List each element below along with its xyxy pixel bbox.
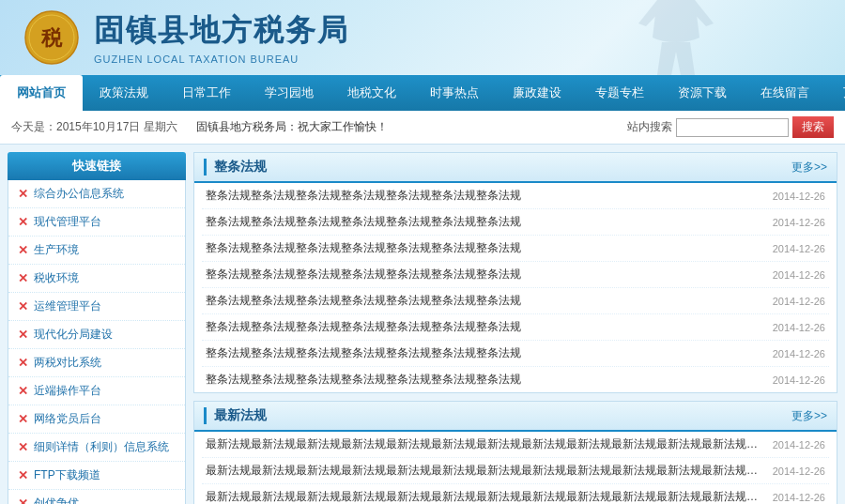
search-button[interactable]: 搜索	[792, 116, 834, 138]
news-title: 整条法规整条法规整条法规整条法规整条法规整条法规整条法规	[206, 214, 773, 230]
news-date: 2014-12-26	[773, 322, 825, 333]
close-icon: ✕	[18, 440, 28, 454]
close-icon: ✕	[18, 187, 28, 201]
header-title-en: GUZHEN LOCAL TAXATION BUREAU	[94, 53, 349, 65]
close-icon: ✕	[18, 271, 28, 285]
nav-item-study[interactable]: 学习园地	[248, 75, 330, 111]
close-icon: ✕	[18, 356, 28, 370]
header-title-cn: 固镇县地方税务局	[94, 10, 349, 52]
news-item[interactable]: 整条法规整条法规整条法规整条法规整条法规整条法规整条法规2014-12-26	[202, 367, 829, 392]
sidebar-link-text: 生产环境	[34, 242, 79, 258]
date-label: 今天是：2015年10月17日 星期六	[11, 119, 177, 135]
news-item[interactable]: 整条法规整条法规整条法规整条法规整条法规整条法规整条法规2014-12-26	[202, 314, 829, 341]
section-laws-header: 整条法规 更多>>	[194, 153, 837, 183]
news-date: 2014-12-26	[773, 296, 825, 307]
close-icon: ✕	[18, 496, 28, 504]
news-title: 整条法规整条法规整条法规整条法规整条法规整条法规整条法规	[206, 372, 773, 388]
sidebar-link-text: 创优争优	[34, 496, 79, 504]
section-laws-more[interactable]: 更多>>	[791, 160, 827, 176]
section-laws-list: 整条法规整条法规整条法规整条法规整条法规整条法规整条法规2014-12-26整条…	[194, 183, 837, 392]
sidebar-link-text: 两税对比系统	[34, 355, 101, 371]
search-input[interactable]	[676, 118, 789, 137]
close-icon: ✕	[18, 384, 28, 398]
news-item[interactable]: 整条法规整条法规整条法规整条法规整条法规整条法规整条法规2014-12-26	[202, 236, 829, 262]
sidebar-link-text: 现代管理平台	[34, 214, 101, 230]
sidebar-item[interactable]: ✕现代管理平台	[8, 208, 185, 237]
section-newlaws: 最新法规 更多>> 最新法规最新法规最新法规最新法规最新法规最新法规最新法规最新…	[193, 401, 837, 504]
sidebar-item[interactable]: ✕两税对比系统	[8, 349, 185, 377]
sidebar-item[interactable]: ✕税收环境	[8, 265, 185, 293]
sidebar-item[interactable]: ✕现代化分局建设	[8, 321, 185, 349]
sidebar-link-text: 近端操作平台	[34, 383, 101, 399]
sidebar-item[interactable]: ✕运维管理平台	[8, 293, 185, 321]
content-area: 整条法规 更多>> 整条法规整条法规整条法规整条法规整条法规整条法规整条法规20…	[193, 152, 837, 504]
news-item[interactable]: 最新法规最新法规最新法规最新法规最新法规最新法规最新法规最新法规最新法规最新法规…	[202, 458, 829, 484]
close-icon: ✕	[18, 468, 28, 482]
nav-item-special[interactable]: 专题专栏	[578, 75, 661, 111]
news-date: 2014-12-26	[773, 269, 825, 281]
news-date: 2014-12-26	[773, 217, 825, 228]
close-icon: ✕	[18, 299, 28, 313]
sidebar-link-text: 现代化分局建设	[34, 327, 113, 343]
news-item[interactable]: 整条法规整条法规整条法规整条法规整条法规整条法规整条法规2014-12-26	[202, 183, 829, 209]
nav-item-integrity[interactable]: 廉政建设	[496, 75, 578, 111]
logo: 税	[19, 9, 84, 66]
nav-item-culture[interactable]: 地税文化	[330, 75, 413, 111]
nav-item-message[interactable]: 在线留言	[744, 75, 826, 111]
main-content: 快速链接 ✕综合办公信息系统✕现代管理平台✕生产环境✕税收环境✕运维管理平台✕现…	[0, 145, 845, 504]
sidebar-item[interactable]: ✕近端操作平台	[8, 377, 185, 405]
news-title: 整条法规整条法规整条法规整条法规整条法规整条法规整条法规	[206, 240, 773, 256]
news-item[interactable]: 最新法规最新法规最新法规最新法规最新法规最新法规最新法规最新法规最新法规最新法规…	[202, 484, 829, 504]
sidebar-item[interactable]: ✕细则详情（利则）信息系统	[8, 434, 185, 462]
news-item[interactable]: 整条法规整条法规整条法规整条法规整条法规整条法规整条法规2014-12-26	[202, 288, 829, 314]
sidebar-item[interactable]: ✕创优争优	[8, 490, 185, 504]
news-date: 2014-12-26	[773, 374, 825, 386]
news-date: 2014-12-26	[773, 191, 825, 202]
header-title: 固镇县地方税务局 GUZHEN LOCAL TAXATION BUREAU	[94, 10, 349, 65]
news-title: 整条法规整条法规整条法规整条法规整条法规整条法规整条法规	[206, 267, 773, 283]
header: 税 固镇县地方税务局 GUZHEN LOCAL TAXATION BUREAU	[0, 0, 845, 75]
news-title: 最新法规最新法规最新法规最新法规最新法规最新法规最新法规最新法规最新法规最新法规…	[206, 489, 773, 504]
sidebar-item[interactable]: ✕生产环境	[8, 237, 185, 265]
nav-item-calendar[interactable]: 万年历	[826, 75, 845, 111]
news-title: 整条法规整条法规整条法规整条法规整条法规整条法规整条法规	[206, 345, 773, 361]
news-title: 整条法规整条法规整条法规整条法规整条法规整条法规整条法规	[206, 319, 773, 335]
sidebar-item[interactable]: ✕FTP下载频道	[8, 462, 185, 490]
news-date: 2014-12-26	[773, 466, 825, 477]
sidebar-title: 快速链接	[8, 152, 186, 180]
nav-item-home[interactable]: 网站首页	[0, 75, 83, 111]
nav-item-daily[interactable]: 日常工作	[165, 75, 248, 111]
news-date: 2014-12-26	[773, 348, 825, 359]
section-newlaws-more[interactable]: 更多>>	[791, 408, 827, 424]
sidebar-link-text: 运维管理平台	[34, 298, 101, 314]
news-title: 整条法规整条法规整条法规整条法规整条法规整条法规整条法规	[206, 188, 773, 204]
close-icon: ✕	[18, 243, 28, 257]
sidebar-links: ✕综合办公信息系统✕现代管理平台✕生产环境✕税收环境✕运维管理平台✕现代化分局建…	[8, 180, 186, 504]
sidebar: 快速链接 ✕综合办公信息系统✕现代管理平台✕生产环境✕税收环境✕运维管理平台✕现…	[8, 152, 186, 504]
notice-text: 固镇县地方税务局：祝大家工作愉快！	[196, 119, 627, 135]
close-icon: ✕	[18, 328, 28, 342]
info-bar: 今天是：2015年10月17日 星期六 固镇县地方税务局：祝大家工作愉快！ 站内…	[0, 111, 845, 145]
sidebar-link-text: 网络党员后台	[34, 411, 101, 427]
decorative-figure	[582, 0, 770, 75]
news-item[interactable]: 整条法规整条法规整条法规整条法规整条法规整条法规整条法规2014-12-26	[202, 209, 829, 236]
news-title: 最新法规最新法规最新法规最新法规最新法规最新法规最新法规最新法规最新法规最新法规…	[206, 463, 773, 479]
sidebar-link-text: 税收环境	[34, 270, 79, 286]
section-laws: 整条法规 更多>> 整条法规整条法规整条法规整条法规整条法规整条法规整条法规20…	[193, 152, 837, 393]
close-icon: ✕	[18, 215, 28, 229]
nav-item-download[interactable]: 资源下载	[661, 75, 744, 111]
nav-item-policy[interactable]: 政策法规	[83, 75, 165, 111]
news-item[interactable]: 整条法规整条法规整条法规整条法规整条法规整条法规整条法规2014-12-26	[202, 262, 829, 288]
news-date: 2014-12-26	[773, 243, 825, 254]
sidebar-item[interactable]: ✕综合办公信息系统	[8, 180, 185, 208]
news-item[interactable]: 整条法规整条法规整条法规整条法规整条法规整条法规整条法规2014-12-26	[202, 341, 829, 367]
section-newlaws-list: 最新法规最新法规最新法规最新法规最新法规最新法规最新法规最新法规最新法规最新法规…	[194, 432, 837, 504]
news-date: 2014-12-26	[773, 439, 825, 451]
nav-bar: 网站首页 政策法规 日常工作 学习园地 地税文化 时事热点 廉政建设 专题专栏 …	[0, 75, 845, 111]
news-item[interactable]: 最新法规最新法规最新法规最新法规最新法规最新法规最新法规最新法规最新法规最新法规…	[202, 432, 829, 458]
sidebar-link-text: FTP下载频道	[34, 467, 100, 483]
nav-item-news[interactable]: 时事热点	[413, 75, 496, 111]
sidebar-item[interactable]: ✕网络党员后台	[8, 405, 185, 434]
news-date: 2014-12-26	[773, 492, 825, 503]
news-title: 整条法规整条法规整条法规整条法规整条法规整条法规整条法规	[206, 293, 773, 309]
